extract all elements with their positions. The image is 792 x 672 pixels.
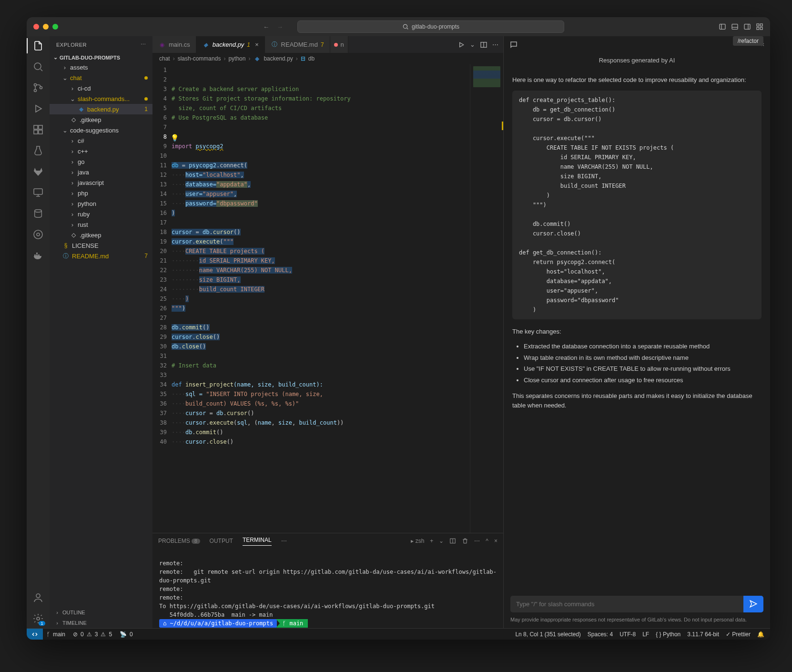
run-icon[interactable] [457,41,465,49]
layout-sidebar-right-icon[interactable] [743,23,751,31]
status-spaces[interactable]: Spaces: 4 [588,631,613,638]
maximize-window-button[interactable] [52,24,58,30]
file-license[interactable]: §LICENSE [50,240,152,251]
sql-icon[interactable] [32,208,44,219]
panel-more2-icon[interactable]: ⋯ [474,538,480,544]
status-language[interactable]: { } Python [656,631,680,638]
gitlab-icon[interactable] [32,166,44,177]
status-branch[interactable]: ᚶ main [43,631,69,638]
chat-send-button[interactable] [743,596,763,612]
status-cursor[interactable]: Ln 8, Col 1 (351 selected) [515,631,580,638]
slash-command-chip: /refactor [733,36,763,46]
nav-back-icon[interactable]: ← [263,23,269,31]
folder-chat[interactable]: ⌄chat [50,72,152,83]
svg-rect-3 [744,24,750,30]
folder-assets[interactable]: ›assets [50,62,152,72]
split-editor-icon[interactable] [480,41,487,49]
tab-main-cs[interactable]: ◉main.cs [152,36,196,53]
folder-code-suggestions[interactable]: ⌄code-suggestions [50,125,152,135]
layout-customize-icon[interactable] [756,23,763,31]
kill-terminal-icon[interactable] [462,538,468,544]
close-tab-icon[interactable]: × [255,41,259,48]
status-notifications-icon[interactable]: 🔔 [757,631,764,638]
tab-readme[interactable]: ⓘREADME.md7 [265,36,330,53]
activity-bar: 1 [27,36,50,628]
folder-java[interactable]: ›java [50,167,152,177]
folder-ruby[interactable]: ›ruby [50,209,152,219]
folder-rust[interactable]: ›rust [50,219,152,230]
minimap[interactable] [470,64,503,533]
tab-new[interactable]: n [330,36,348,53]
folder-python[interactable]: ›python [50,198,152,209]
folder-cpp[interactable]: ›c++ [50,146,152,156]
maximize-panel-icon[interactable]: ^ [486,538,488,544]
terminal-profile[interactable]: ▸ zsh [411,538,424,544]
svg-rect-15 [39,130,42,134]
chat-intro-text: Here is one way to refactor the selected… [512,75,762,85]
chat-input[interactable] [510,596,743,612]
nav-forward-icon[interactable]: → [277,23,283,31]
folder-slash-commands[interactable]: ⌄slash-commands... [50,93,152,104]
tab-backend-py[interactable]: ◆backend.py1× [196,36,265,53]
accounts-icon[interactable] [32,592,44,603]
chat-code-block: def create_projects_table(): db = get_db… [512,91,762,319]
svg-rect-1 [720,24,725,30]
remote-indicator[interactable] [27,629,43,640]
project-section[interactable]: ⌄GITLAB-DUO-PROMPTS [50,53,152,62]
new-terminal-icon[interactable]: + [430,538,433,544]
outline-section[interactable]: ›OUTLINE [50,607,152,618]
file-gitkeep2[interactable]: ◇.gitkeep [50,230,152,240]
code-editor[interactable]: 💡 # Create a backend server application … [172,64,470,533]
file-gitkeep[interactable]: ◇.gitkeep [50,114,152,125]
docker-icon[interactable] [32,250,44,261]
more-actions-icon[interactable]: ⋯ [492,41,498,48]
folder-javascript[interactable]: ›javascript [50,177,152,188]
file-backend-py[interactable]: ◆backend.py1 [50,104,152,114]
terminal-dropdown-icon[interactable]: ⌄ [439,538,444,544]
testing-icon[interactable] [32,145,44,156]
panel-problems-tab[interactable]: PROBLEMS 8 [158,538,200,544]
close-panel-icon[interactable]: × [494,538,498,544]
explorer-icon[interactable] [32,40,44,51]
search-icon [402,23,409,30]
extensions-icon[interactable] [32,124,44,135]
remote-explorer-icon[interactable] [32,187,44,198]
file-readme[interactable]: ⓘREADME.md7 [50,251,152,261]
run-debug-icon[interactable] [32,103,44,114]
svg-rect-6 [757,27,759,30]
folder-cicd[interactable]: ›ci-cd [50,83,152,93]
panel-output-tab[interactable]: OUTPUT [210,538,233,544]
chat-body[interactable]: Here is one way to refactor the selected… [504,66,770,591]
source-control-icon[interactable] [32,82,44,93]
command-center[interactable]: gitlab-duo-prompts [297,20,564,33]
run-menu-icon[interactable]: ⌄ [470,41,475,48]
panel-terminal-tab[interactable]: TERMINAL [243,537,272,546]
split-terminal-icon[interactable] [449,538,456,544]
search-activity-icon[interactable] [32,61,44,72]
status-ports[interactable]: 📡 0 [116,631,137,638]
svg-rect-2 [732,24,738,30]
folder-csharp[interactable]: ›c# [50,135,152,146]
status-python-version[interactable]: 3.11.7 64-bit [687,631,719,638]
gitlens-icon[interactable] [32,229,44,240]
terminal-output[interactable]: remote: remote: git remote set-url origi… [152,549,503,628]
settings-gear-icon[interactable]: 1 [32,613,44,624]
timeline-section[interactable]: ›TIMELINE [50,618,152,628]
layout-sidebar-left-icon[interactable] [719,23,726,31]
svg-rect-16 [34,189,42,194]
minimize-window-button[interactable] [43,24,49,30]
status-encoding[interactable]: UTF-8 [619,631,636,638]
folder-php[interactable]: ›php [50,188,152,198]
status-prettier[interactable]: ✓ Prettier [726,631,751,638]
status-problems[interactable]: ⊘ 0 ⚠ 3 ⚠ 5 [69,631,116,638]
breadcrumb[interactable]: chat› slash-commands› python› ◆backend.p… [152,53,503,64]
status-eol[interactable]: LF [642,631,649,638]
lightbulb-icon[interactable]: 💡 [172,133,179,143]
svg-point-17 [35,210,42,213]
folder-go[interactable]: ›go [50,156,152,167]
panel-more-icon[interactable]: ⋯ [281,538,287,544]
layout-panel-icon[interactable] [731,23,739,31]
close-window-button[interactable] [33,24,39,30]
status-bar: ᚶ main ⊘ 0 ⚠ 3 ⚠ 5 📡 0 Ln 8, Col 1 (351 … [27,628,770,640]
sidebar-more-icon[interactable]: ⋯ [141,41,146,48]
